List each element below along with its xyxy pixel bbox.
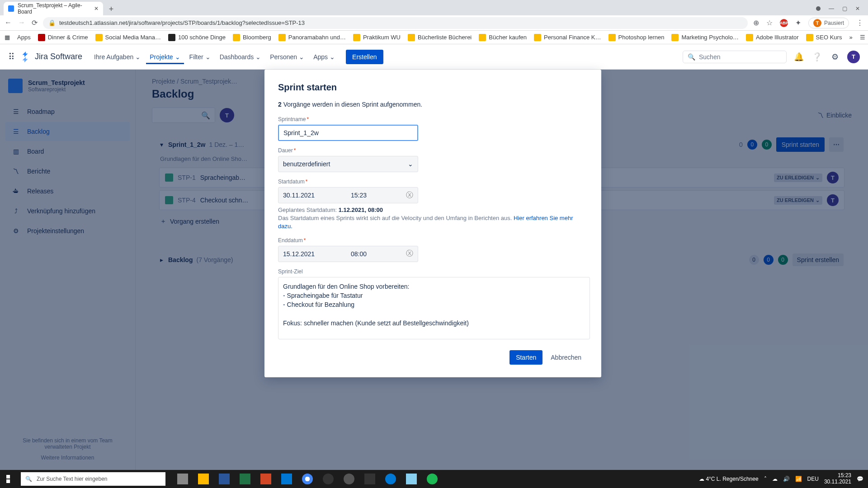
favicon [8, 5, 14, 12]
goal-label: Sprint-Ziel [278, 268, 588, 275]
app-icon[interactable] [339, 470, 359, 488]
help-icon[interactable]: ❔ [811, 51, 823, 63]
weather-widget[interactable]: ☁ 4°C L. Regen/Schnee [699, 476, 759, 482]
volume-icon[interactable]: 🔊 [783, 476, 790, 482]
close-window-icon[interactable]: ✕ [855, 5, 860, 12]
bookmark-favicon [95, 34, 103, 41]
sprint-goal-textarea[interactable] [278, 277, 590, 339]
end-time-input[interactable] [346, 246, 396, 262]
search-icon: 🔍 [688, 53, 695, 61]
bookmark-item[interactable]: Personal Finance K… [534, 34, 601, 41]
url-input[interactable]: 🔒 testdeutsch1.atlassian.net/jira/softwa… [43, 17, 748, 29]
clock[interactable]: 15:23 30.11.2021 [824, 473, 851, 485]
bookmark-item[interactable]: Dinner & Crime [38, 34, 88, 41]
task-view-icon[interactable] [173, 470, 193, 488]
bookmark-favicon [408, 34, 415, 41]
bookmark-favicon [353, 34, 360, 41]
start-time-input[interactable] [346, 188, 396, 203]
bookmark-favicon [534, 34, 541, 41]
language-indicator[interactable]: DEU [807, 476, 819, 482]
nav-dashboards[interactable]: Dashboards⌄ [216, 50, 265, 64]
profile-avatar[interactable]: T [847, 51, 860, 63]
app-icon[interactable] [360, 470, 380, 488]
profile-paused-chip[interactable]: T Pausiert [808, 18, 849, 28]
bookmark-item[interactable]: 100 schöne Dinge [168, 34, 226, 41]
duration-select[interactable]: benutzerdefiniert ⌄ [278, 156, 418, 172]
cancel-button[interactable]: Abbrechen [544, 350, 588, 365]
taskbar-search-input[interactable]: 🔍 Zur Suche Text hier eingeben [21, 472, 165, 486]
word-icon[interactable] [214, 470, 234, 488]
back-icon[interactable]: ← [5, 19, 12, 27]
jira-logo[interactable]: Jira Software [20, 52, 82, 62]
clear-date-icon[interactable]: ⓧ [406, 191, 418, 200]
bookmark-item[interactable]: Apps [17, 34, 31, 41]
start-date-input[interactable] [278, 188, 346, 203]
settings-gear-icon[interactable]: ⚙ [829, 51, 841, 63]
onedrive-icon[interactable]: ☁ [772, 476, 778, 482]
product-name: Jira Software [35, 52, 82, 61]
profile-avatar-icon: T [813, 19, 821, 27]
notifications-icon[interactable]: 🔔 [793, 51, 805, 63]
clear-date-icon[interactable]: ⓧ [406, 249, 418, 258]
nav-apps[interactable]: Apps⌄ [310, 50, 339, 64]
start-date-label: Startdatum* [278, 178, 588, 185]
bookmark-item[interactable]: Social Media Mana… [95, 34, 161, 41]
chevron-down-icon: ⌄ [175, 53, 180, 61]
obs-icon[interactable] [318, 470, 338, 488]
reading-list-button[interactable]: ☰ Leseliste [860, 34, 868, 41]
global-search-input[interactable]: 🔍 Suchen [683, 51, 787, 63]
maximize-icon[interactable]: ▢ [842, 5, 847, 12]
bookmark-item[interactable]: Bloomberg [233, 34, 271, 41]
forward-icon[interactable]: → [18, 19, 25, 27]
create-button[interactable]: Erstellen [346, 50, 383, 64]
nav-filters[interactable]: Filter⌄ [186, 50, 214, 64]
start-sprint-modal: Sprint starten 2 Vorgänge werden in dies… [264, 70, 601, 377]
bookmark-item[interactable]: Praktikum WU [353, 34, 401, 41]
nav-your-work[interactable]: Ihre Aufgaben⌄ [90, 50, 144, 64]
edge-icon[interactable] [381, 470, 401, 488]
minimize-icon[interactable]: — [829, 5, 834, 12]
close-tab-icon[interactable]: ✕ [94, 5, 99, 12]
notepad-icon[interactable] [401, 470, 421, 488]
spotify-icon[interactable] [422, 470, 442, 488]
kebab-menu-icon[interactable]: ⋮ [856, 19, 863, 27]
chrome-icon[interactable] [297, 470, 317, 488]
bookmark-favicon [233, 34, 240, 41]
end-date-input[interactable] [278, 246, 346, 262]
jira-logo-icon [20, 52, 31, 62]
start-button[interactable]: Starten [509, 350, 542, 365]
account-dot-icon[interactable] [816, 6, 821, 11]
apps-grid-icon[interactable]: ▦ [5, 34, 10, 41]
start-date-hint: Geplantes Startdatum: 1.12.2021, 08:00 D… [278, 206, 588, 231]
action-center-icon[interactable]: 💬 [857, 476, 863, 482]
bookmark-overflow-icon[interactable]: » [849, 34, 852, 41]
bookmark-item[interactable]: Marketing Psycholo… [671, 34, 738, 41]
nav-projects[interactable]: Projekte⌄ [146, 50, 184, 64]
chevron-down-icon: ⌄ [135, 53, 141, 61]
abp-extension-icon[interactable]: ABP [780, 19, 788, 27]
extensions-icon[interactable]: ✦ [795, 19, 801, 27]
bookmark-item[interactable]: Panoramabahn und… [278, 34, 346, 41]
lock-icon: 🔒 [48, 19, 56, 26]
browser-tab[interactable]: Scrum_Testprojekt – Agile-Board ✕ [4, 2, 103, 15]
reload-icon[interactable]: ⟳ [32, 19, 38, 27]
powerpoint-icon[interactable] [256, 470, 276, 488]
bookmark-item[interactable]: Bücherliste Bücherei [408, 34, 472, 41]
app-switcher-icon[interactable]: ⠿ [8, 52, 15, 62]
explorer-icon[interactable] [193, 470, 213, 488]
bookmark-item[interactable]: Bücher kaufen [479, 34, 527, 41]
bookmark-item[interactable]: Photoshop lernen [609, 34, 665, 41]
zoom-icon[interactable]: ⊕ [753, 19, 759, 27]
mail-icon[interactable] [277, 470, 297, 488]
start-button[interactable] [0, 475, 21, 483]
sprint-name-input[interactable] [278, 125, 418, 141]
bookmark-item[interactable]: Adobe Illustrator [746, 34, 799, 41]
wifi-icon[interactable]: 📶 [795, 476, 802, 482]
bookmark-favicon [806, 34, 813, 41]
star-icon[interactable]: ☆ [766, 19, 773, 27]
bookmark-item[interactable]: SEO Kurs [806, 34, 842, 41]
excel-icon[interactable] [235, 470, 255, 488]
nav-people[interactable]: Personen⌄ [266, 50, 308, 64]
new-tab-button[interactable]: + [105, 3, 118, 15]
tray-chevron-icon[interactable]: ˄ [764, 476, 767, 482]
